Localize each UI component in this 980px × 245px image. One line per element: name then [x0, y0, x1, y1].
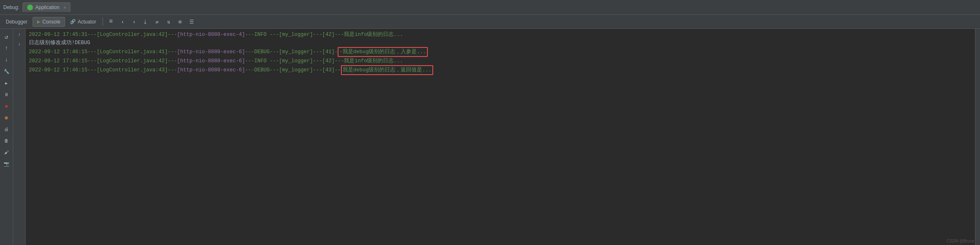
- flip-v-icon: [167, 19, 170, 25]
- toolbar-sort-up-btn[interactable]: [117, 16, 128, 27]
- log4-part2: [http-nio-8080-exec-6]: [177, 57, 245, 65]
- print-icon: [4, 126, 9, 132]
- log5-part2: [http-nio-8080-exec-6]: [177, 66, 245, 74]
- log5-highlighted: 我是debug级别的日志，返回值是...: [341, 65, 433, 75]
- scrollbar[interactable]: [975, 29, 980, 245]
- tab-console[interactable]: ▶ Console: [33, 17, 65, 27]
- sidebar-play-btn[interactable]: [1, 78, 12, 88]
- log-line-1: 2022-09-12 17:45:31---[LogController.jav…: [29, 31, 972, 39]
- sidebar-down-btn[interactable]: [1, 54, 12, 65]
- download-icon: [143, 19, 148, 25]
- log1-part2: [http-nio-8080-exec-4]: [177, 31, 245, 39]
- tab-label: Application: [35, 5, 60, 10]
- log-line-4: 2022-09-12 17:46:15---[LogController.jav…: [29, 57, 972, 65]
- filter-icon: ◉: [5, 114, 8, 121]
- tab-debugger[interactable]: Debugger: [2, 17, 32, 26]
- main-area: ◉ ↑ ↓ 2022-09-12 17:45:31---[LogControll…: [0, 29, 980, 245]
- stop-icon: [5, 103, 8, 109]
- toolbar-flip-v-btn[interactable]: [163, 16, 174, 27]
- sidebar-wrench-btn[interactable]: [1, 66, 12, 77]
- brush-icon: [4, 149, 9, 155]
- log5-part1: 2022-09-12 17:46:15---[LogController.jav…: [29, 66, 177, 74]
- toolbar-flip-h-btn[interactable]: [152, 16, 162, 27]
- toolbar-sort-down-btn[interactable]: [128, 16, 139, 27]
- reload-icon: [5, 33, 8, 40]
- tab-close-icon[interactable]: ×: [63, 5, 66, 10]
- list-icon: [189, 19, 194, 25]
- log3-part3: ---DEBUG---[my_logger]---[41]-: [245, 48, 338, 56]
- grid-icon: [179, 19, 182, 25]
- log-line-2: 日志级别修改成功!DEBUG: [29, 39, 972, 47]
- log1-part1: 2022-09-12 17:45:31---[LogController.jav…: [29, 31, 177, 39]
- wrench-icon: [4, 68, 9, 75]
- pause-icon: [4, 91, 9, 98]
- sidebar-brush-btn[interactable]: [1, 147, 12, 158]
- play-icon: [5, 80, 7, 86]
- sidebar-stop-btn[interactable]: [1, 101, 12, 111]
- log3-highlighted: -我是debug级别的日志，入参是...: [338, 47, 428, 57]
- sidebar-pause-btn[interactable]: [1, 89, 12, 100]
- toolbar-list-btn[interactable]: [186, 16, 197, 27]
- log-line-3: 2022-09-12 17:46:15---[LogController.jav…: [29, 47, 972, 57]
- gutter-up-arrow[interactable]: ↑: [13, 31, 26, 40]
- toolbar: Debugger ▶ Console 🔗 Actuator: [0, 15, 980, 29]
- camera-icon: [4, 160, 9, 167]
- sidebar-print-btn[interactable]: [1, 124, 12, 134]
- down-icon: [5, 57, 8, 63]
- sort-up-icon: [121, 19, 124, 25]
- toolbar-grid-btn[interactable]: [175, 16, 185, 27]
- log3-part1: 2022-09-12 17:46:15---[LogController.jav…: [29, 48, 177, 56]
- log2-part1: 日志级别修改成功!DEBUG: [29, 39, 90, 47]
- toolbar-lines-btn[interactable]: [105, 16, 116, 27]
- sidebar-reload-btn[interactable]: [1, 31, 12, 42]
- console-icon: ▶: [37, 19, 40, 24]
- console-label: Console: [42, 19, 61, 25]
- toolbar-download-btn[interactable]: [140, 16, 151, 27]
- trash-icon: [4, 137, 9, 144]
- sidebar-filter-btn[interactable]: ◉: [1, 112, 12, 123]
- actuator-icon: 🔗: [70, 19, 76, 24]
- log1-part3: ---INFO ---[my_logger]---[42]---我是info级别…: [245, 31, 403, 39]
- log-output[interactable]: 2022-09-12 17:45:31---[LogController.jav…: [26, 29, 975, 245]
- app-icon: [27, 5, 33, 10]
- flip-h-icon: [156, 19, 159, 25]
- log-line-5: 2022-09-12 17:46:15---[LogController.jav…: [29, 65, 972, 75]
- log4-part1: 2022-09-12 17:46:15---[LogController.jav…: [29, 57, 177, 65]
- console-panel: ↑ ↓ 2022-09-12 17:45:31---[LogController…: [13, 29, 980, 245]
- gutter: ↑ ↓: [13, 29, 26, 245]
- toolbar-separator-1: [103, 18, 103, 26]
- actuator-label: Actuator: [78, 19, 96, 25]
- log5-part3: ---DEBUG---[my_logger]---[43]--: [245, 66, 341, 74]
- sidebar-camera-btn[interactable]: [1, 158, 12, 169]
- debugger-label: Debugger: [6, 19, 28, 25]
- log3-part2: [http-nio-8080-exec-6]: [177, 48, 245, 56]
- sidebar-trash-btn[interactable]: [1, 135, 12, 146]
- gutter-down-arrow[interactable]: ↓: [13, 40, 26, 49]
- sidebar-up-btn[interactable]: [1, 43, 12, 54]
- top-bar: Debug: Application ×: [0, 0, 980, 15]
- application-tab[interactable]: Application ×: [23, 2, 71, 12]
- lines-icon: [109, 18, 113, 25]
- sort-down-icon: [133, 19, 135, 25]
- up-icon: [5, 45, 8, 52]
- watermark: CSDN @Bruce_: [947, 239, 977, 243]
- sidebar: ◉: [0, 29, 13, 245]
- tab-actuator[interactable]: 🔗 Actuator: [66, 17, 100, 26]
- log4-part3: ---INFO ---[my_logger]---[42]---我是info级别…: [245, 57, 403, 65]
- debug-label: Debug:: [3, 5, 19, 10]
